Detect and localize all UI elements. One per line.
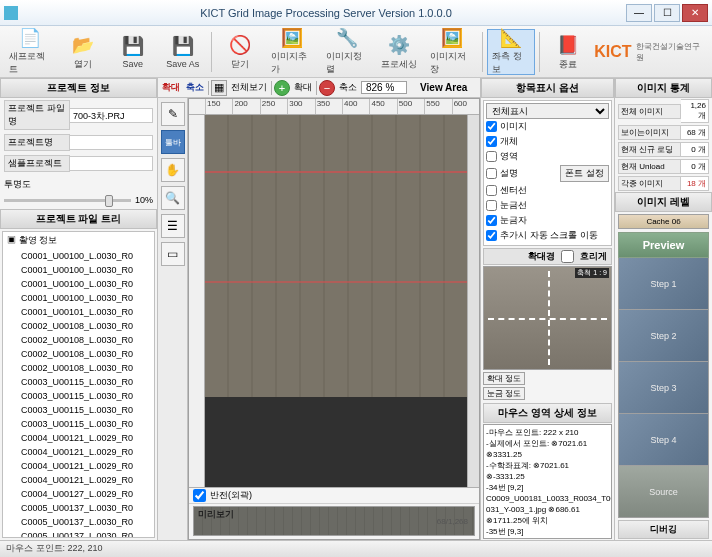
zoom-in-label: 확대 [160, 81, 182, 94]
view-toolbar: 확대 축소 ▦ 전체보기 + 확대 − 축소 826 % View Area [158, 78, 480, 98]
ruler-horizontal: 150200250300350400450500550600 [189, 99, 479, 115]
saveas-icon: 💾 [171, 34, 195, 58]
close-project-button[interactable]: 🚫닫기 [216, 29, 264, 75]
name-label: 프로젝트명 [4, 134, 70, 151]
grid-accuracy-button[interactable]: 눈금 정도 [483, 387, 525, 400]
cache-button[interactable]: Cache 06 [618, 214, 709, 229]
preview-strip[interactable]: 미리보기 68/1,268 [193, 506, 475, 536]
tree-file-item[interactable]: C0003_U00115_L.0030_R0 [3, 417, 154, 431]
exit-button[interactable]: 📕종료 [544, 29, 592, 75]
add-image-button[interactable]: 🖼️이미지추가 [266, 29, 319, 75]
opacity-slider[interactable] [4, 199, 131, 202]
open-button[interactable]: 📂열기 [59, 29, 107, 75]
processing-button[interactable]: ⚙️프로세싱 [375, 29, 423, 75]
tree-file-item[interactable]: C0004_U00127_L.0029_R0 [3, 487, 154, 501]
image-area[interactable] [205, 115, 467, 397]
add-image-icon: 🖼️ [280, 27, 304, 49]
chk-region[interactable] [486, 151, 497, 162]
align-image-button[interactable]: 🔧이미지정렬 [321, 29, 374, 75]
display-options-header: 항목표시 옵션 [481, 78, 614, 98]
statusbar: 마우스 포인트: 222, 210 [0, 540, 712, 557]
pen-tool[interactable]: ✎ [161, 102, 185, 126]
maximize-button[interactable]: ☐ [654, 4, 680, 22]
chk-grid[interactable] [486, 200, 497, 211]
sample-value[interactable] [70, 156, 153, 171]
step-3[interactable]: Step 3 [618, 362, 709, 414]
tree-file-item[interactable]: C0002_U00108_L.0030_R0 [3, 319, 154, 333]
tree-file-item[interactable]: C0001_U00100_L.0030_R0 [3, 263, 154, 277]
chk-label[interactable] [486, 215, 497, 226]
zoom-percent[interactable]: 826 % [361, 81, 407, 94]
tree-file-item[interactable]: C0001_U00101_L.0030_R0 [3, 305, 154, 319]
display-select[interactable]: 전체표시 [486, 103, 609, 119]
chk-image[interactable] [486, 121, 497, 132]
tree-file-item[interactable]: C0005_U00137_L.0030_R0 [3, 529, 154, 538]
tree-file-item[interactable]: C0001_U00100_L.0030_R0 [3, 249, 154, 263]
invert-checkbox[interactable] [193, 489, 206, 502]
debug-button[interactable]: 디버깅 [618, 520, 709, 539]
zoom-in-button[interactable]: + [274, 80, 290, 96]
detail-header: 마우스 영역 상세 정보 [483, 403, 612, 423]
far-right-panel: 이미지 통계 전체 이미지1,26 개 보이는이미지68 개 현재 신규 로딩0… [614, 78, 712, 540]
file-value: 700-3차.PRJ [70, 108, 153, 123]
save-button[interactable]: 💾Save [109, 29, 157, 75]
center-panel: 확대 축소 ▦ 전체보기 + 확대 − 축소 826 % View Area ✎… [158, 78, 480, 540]
font-button[interactable]: 폰트 설정 [560, 165, 609, 182]
tree-file-item[interactable]: C0005_U00137_L.0030_R0 [3, 501, 154, 515]
tree-file-item[interactable]: C0004_U00121_L.0029_R0 [3, 473, 154, 487]
chk-autoscroll[interactable] [486, 230, 497, 241]
saveas-button[interactable]: 💾Save As [159, 29, 207, 75]
tree-file-item[interactable]: C0002_U00108_L.0030_R0 [3, 347, 154, 361]
step-2[interactable]: Step 2 [618, 310, 709, 362]
ruler-tool[interactable]: ☰ [161, 214, 185, 238]
step-source[interactable]: Source [618, 466, 709, 518]
file-tree[interactable]: ▣ 촬영 정보 C0001_U00100_L.0030_R0C0001_U001… [2, 231, 155, 538]
full-view-button[interactable]: ▦ [211, 80, 227, 96]
blur-checkbox[interactable] [561, 250, 574, 263]
chk-center[interactable] [486, 185, 497, 196]
zoom-out-button[interactable]: − [319, 80, 335, 96]
right-panel: 항목표시 옵션 전체표시 이미지 개체 영역 설명폰트 설정 센터선 눈금선 눈… [480, 78, 614, 540]
chk-desc[interactable] [486, 168, 497, 179]
axis-info-button[interactable]: 📐좌측 정보 [487, 29, 535, 75]
step-4[interactable]: Step 4 [618, 414, 709, 466]
magnifier-label: 확대경 [528, 250, 555, 263]
tree-file-item[interactable]: C0003_U00115_L.0030_R0 [3, 375, 154, 389]
minimize-button[interactable]: — [626, 4, 652, 22]
zoom-tool[interactable]: 🔍 [161, 186, 185, 210]
tree-file-item[interactable]: C0004_U00121_L.0029_R0 [3, 459, 154, 473]
name-value[interactable] [70, 135, 153, 150]
opacity-label: 투명도 [4, 178, 153, 191]
ruler-vertical [189, 115, 205, 487]
close-button[interactable]: ✕ [682, 4, 708, 22]
mouse-position: 마우스 포인트: 222, 210 [6, 543, 103, 553]
step-1[interactable]: Step 1 [618, 258, 709, 310]
tree-root[interactable]: ▣ 촬영 정보 [3, 232, 154, 249]
brand-subtitle: 한국건설기술연구원 [636, 41, 703, 63]
rect-tool[interactable]: ▭ [161, 242, 185, 266]
tree-file-item[interactable]: C0001_U00100_L.0030_R0 [3, 291, 154, 305]
left-panel: 프로젝트 정보 프로젝트 파일명700-3차.PRJ 프로젝트명 샘플프로젝트 … [0, 78, 158, 540]
invert-label: 반전(외곽) [210, 489, 252, 502]
tree-file-item[interactable]: C0003_U00115_L.0030_R0 [3, 403, 154, 417]
new-project-button[interactable]: 📄새프로젝트 [4, 29, 57, 75]
tree-file-item[interactable]: C0002_U00108_L.0030_R0 [3, 333, 154, 347]
save-image-icon: 🖼️ [440, 27, 464, 49]
vertical-scrollbar[interactable] [467, 115, 479, 487]
tree-file-item[interactable]: C0004_U00121_L.0029_R0 [3, 431, 154, 445]
canvas[interactable] [189, 115, 479, 487]
toolbar-tool[interactable]: 툴바 [161, 130, 185, 154]
save-image-button[interactable]: 🖼️이미지저장 [425, 29, 478, 75]
project-info-header: 프로젝트 정보 [0, 78, 157, 98]
chk-object[interactable] [486, 136, 497, 147]
tree-file-item[interactable]: C0003_U00115_L.0030_R0 [3, 389, 154, 403]
tree-file-item[interactable]: C0001_U00100_L.0030_R0 [3, 277, 154, 291]
sample-label: 샘플프로젝트 [4, 155, 70, 172]
tree-file-item[interactable]: C0005_U00137_L.0030_R0 [3, 515, 154, 529]
zoom-accuracy-button[interactable]: 확대 정도 [483, 372, 525, 385]
detail-text: -마우스 포인트: 222 x 210 -실제에서 포인트: ⊗7021.61 … [483, 424, 612, 539]
tree-file-item[interactable]: C0002_U00108_L.0030_R0 [3, 361, 154, 375]
folder-icon: 📂 [71, 33, 95, 57]
tree-file-item[interactable]: C0004_U00121_L.0029_R0 [3, 445, 154, 459]
hand-tool[interactable]: ✋ [161, 158, 185, 182]
